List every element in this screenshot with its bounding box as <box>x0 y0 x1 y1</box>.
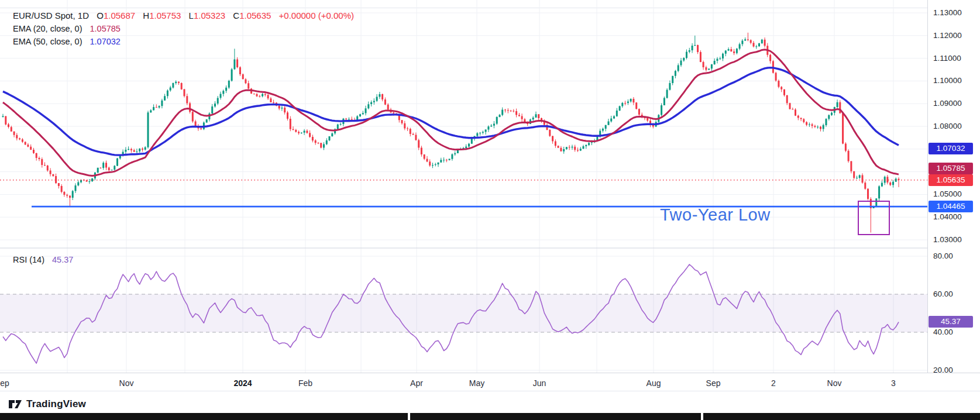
axis-price-badge: 1.07032 <box>929 143 973 154</box>
time-axis-label: Nov <box>119 378 134 388</box>
axis-tick-label: 1.08000 <box>933 121 962 132</box>
chart-legend: EUR/USD Spot, 1D O1.05687 H1.05753 L1.05… <box>13 9 354 48</box>
open-value: 1.05687 <box>104 11 135 20</box>
time-axis-label: ep <box>0 378 9 388</box>
symbol-title: EUR/USD Spot, 1D <box>13 11 89 20</box>
time-scale-axis[interactable]: epNov2024FebAprMayJunAugSep2Nov3 <box>0 373 980 391</box>
close-value: 1.05635 <box>239 11 271 20</box>
rsi-legend-row[interactable]: RSI (14) 45.37 <box>13 255 73 264</box>
time-axis-label: Feb <box>298 378 312 388</box>
tradingview-chart-window: EUR/USD Spot, 1D O1.05687 H1.05753 L1.05… <box>0 0 980 420</box>
axis-tick-label: 60.00 <box>933 288 953 300</box>
price-scale-axis[interactable]: 1.130001.120001.110001.100001.090001.080… <box>927 0 980 373</box>
axis-tick-label: 1.13000 <box>933 7 962 19</box>
change-value: +0.00000 (+0.00%) <box>279 11 354 20</box>
axis-price-badge: 1.05635 <box>929 174 973 186</box>
ema20-legend-row[interactable]: EMA (20, close, 0) 1.05785 <box>13 22 354 35</box>
time-axis-label: Apr <box>410 378 423 388</box>
price-chart-canvas[interactable] <box>0 0 927 373</box>
symbol-ohlc-row[interactable]: EUR/USD Spot, 1D O1.05687 H1.05753 L1.05… <box>13 9 354 22</box>
axis-tick-label: 1.04000 <box>933 211 962 223</box>
ema50-legend-row[interactable]: EMA (50, close, 0) 1.07032 <box>13 35 354 48</box>
axis-tick-label: 1.05000 <box>933 188 962 200</box>
time-axis-label: 2024 <box>233 378 252 388</box>
rsi-value: 45.37 <box>52 255 73 264</box>
time-axis-label: May <box>469 378 484 388</box>
widget-bottom-border <box>0 391 980 391</box>
time-axis-label: Sep <box>706 378 721 388</box>
axis-tick-label: 40.00 <box>933 326 953 338</box>
tradingview-logo-text: TradingView <box>26 398 86 410</box>
axis-tick-label: 1.10000 <box>933 75 962 87</box>
low-value: 1.05323 <box>194 11 225 20</box>
axis-price-badge: 1.05785 <box>929 163 973 174</box>
time-axis-label: Jun <box>533 378 546 388</box>
axis-price-badge: 45.37 <box>929 316 973 328</box>
ema50-value: 1.07032 <box>90 37 121 46</box>
tradingview-logo[interactable]: TradingView <box>8 398 86 411</box>
axis-price-badge: 1.04465 <box>929 201 973 212</box>
time-axis-label: 3 <box>891 378 896 388</box>
axis-tick-label: 80.00 <box>933 250 953 262</box>
time-axis-label: Nov <box>827 378 842 388</box>
bottom-bar-segment <box>410 413 701 420</box>
two-year-low-annotation[interactable]: Two-Year Low <box>660 205 771 225</box>
highlight-box-drawing[interactable] <box>858 201 890 235</box>
time-axis-label: 2 <box>771 378 776 388</box>
axis-border <box>927 0 928 391</box>
axis-tick-label: 1.09000 <box>933 98 962 109</box>
high-value: 1.05753 <box>149 11 181 20</box>
tradingview-logo-icon <box>8 398 22 411</box>
axis-tick-label: 1.12000 <box>933 30 962 42</box>
time-axis-label: Aug <box>647 378 661 388</box>
axis-tick-label: 1.03000 <box>933 234 962 246</box>
bottom-bar-segment <box>703 413 980 420</box>
ema20-value: 1.05785 <box>90 24 121 33</box>
axis-tick-label: 1.11000 <box>933 53 961 64</box>
bottom-bar-segment <box>0 413 408 420</box>
